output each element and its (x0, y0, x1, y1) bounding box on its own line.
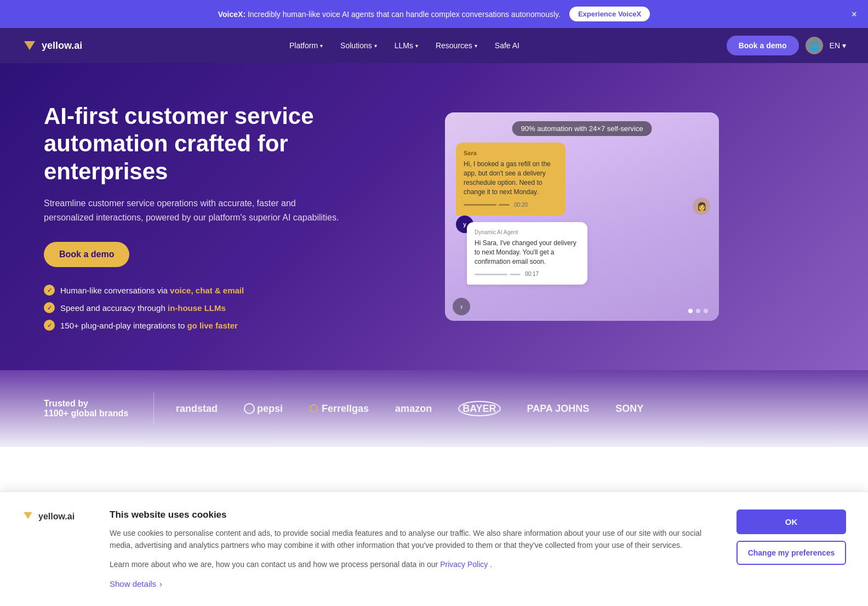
pepsi-circle-icon (244, 403, 255, 414)
ferrellgas-icon: ⬡ (309, 403, 318, 414)
brand-sony: SONY (615, 403, 643, 415)
trusted-label: Trusted by 1100+ global brands (44, 399, 132, 418)
trusted-section: Trusted by 1100+ global brands randstad … (0, 370, 868, 447)
agent-message-text: Hi Sara, I've changed your delivery to n… (475, 239, 580, 266)
brand-pepsi: pepsi (244, 403, 283, 415)
banner-body: Incredibly human-like voice AI agents th… (248, 10, 561, 19)
feature-integrations: ✓ 150+ plug-and-play integrations to go … (44, 320, 340, 331)
banner-close-button[interactable]: × (851, 9, 857, 19)
bot-voice-bar-line (475, 274, 507, 275)
feature-check-icon-1: ✓ (44, 285, 55, 296)
nav-logo[interactable]: yellow.ai (22, 38, 82, 53)
trusted-inner: Trusted by 1100+ global brands randstad … (44, 392, 824, 425)
brand-randstad: randstad (176, 403, 218, 415)
voice-time-user: 00:20 (514, 201, 528, 209)
resources-chevron: ▾ (475, 43, 477, 49)
nav-resources[interactable]: Resources ▾ (429, 37, 484, 54)
brand-amazon: amazon (395, 403, 432, 415)
banner-prefix: VoiceX: (218, 10, 245, 19)
solutions-chevron: ▾ (374, 43, 377, 49)
voice-bar-line-2 (499, 204, 510, 206)
carousel-dot-1 (688, 309, 693, 313)
bot-voice-bar-line-2 (510, 274, 521, 275)
platform-chevron: ▾ (320, 43, 323, 49)
nav-links: Platform ▾ Solutions ▾ LLMs ▾ Resources … (104, 37, 704, 54)
nav-book-demo-button[interactable]: Book a demo (727, 36, 799, 55)
carousel-dots (688, 309, 708, 313)
nav-platform[interactable]: Platform ▾ (283, 37, 329, 54)
chat-demo-card: 90% automation with 24×7 self-service Sa… (445, 112, 719, 321)
top-banner: VoiceX: Incredibly human-like voice AI a… (0, 0, 868, 28)
chat-background: Sara Hi, I booked a gas refill on the ap… (445, 112, 719, 321)
voice-bar-line (464, 204, 496, 206)
user-sender-name: Sara (464, 149, 558, 157)
hero-book-demo-button[interactable]: Book a demo (44, 242, 129, 267)
feature-check-icon-2: ✓ (44, 302, 55, 313)
hero-title: AI-first customer service automation cra… (44, 103, 340, 185)
language-selector[interactable]: EN ▾ (830, 41, 846, 50)
user-message-text: Hi, I booked a gas refill on the app, bu… (464, 160, 558, 196)
language-globe-button[interactable]: 🌐 (806, 37, 823, 54)
bot-chat-bubble: Dynamic AI Agent Hi Sara, I've changed y… (467, 222, 587, 285)
feature-llms: ✓ Speed and accuracy through in-house LL… (44, 302, 340, 313)
user-chat-bubble: Sara Hi, I booked a gas refill on the ap… (456, 143, 566, 216)
user-avatar: 👩 (693, 197, 710, 215)
carousel-prev-arrow[interactable]: › (453, 298, 470, 315)
trusted-divider (153, 392, 154, 425)
lang-chevron: ▾ (842, 41, 846, 50)
brand-ferrellgas: ⬡ Ferrellgas (309, 403, 369, 415)
carousel-dot-2 (696, 309, 700, 313)
hero-section: AI-first customer service automation cra… (0, 63, 868, 370)
experience-voicex-button[interactable]: Experience VoiceX (569, 7, 650, 21)
brand-papa-johns: PAPA JOHNS (527, 403, 590, 415)
brand-bayer: BAYER (458, 403, 500, 415)
voice-bar-user: 00:20 (464, 201, 558, 209)
banner-text: VoiceX: Incredibly human-like voice AI a… (218, 10, 561, 19)
feature-voice-chat: ✓ Human-like conversations via voice, ch… (44, 285, 340, 296)
hero-features-list: ✓ Human-like conversations via voice, ch… (44, 285, 340, 331)
llms-chevron: ▾ (415, 43, 418, 49)
agent-label: Dynamic AI Agent (475, 229, 580, 236)
nav-solutions[interactable]: Solutions ▾ (334, 37, 384, 54)
hero-subtitle: Streamline customer service operations w… (44, 196, 340, 224)
main-nav: yellow.ai Platform ▾ Solutions ▾ LLMs ▾ … (0, 28, 868, 63)
voice-time-bot: 00:17 (525, 270, 539, 278)
voice-bar-bot: 00:17 (475, 270, 580, 278)
hero-visual: 90% automation with 24×7 self-service Sa… (340, 112, 824, 321)
brand-logos: randstad pepsi ⬡ Ferrellgas amazon BAYER… (176, 403, 824, 415)
bayer-circle: BAYER (458, 401, 500, 416)
carousel-dot-3 (704, 309, 708, 313)
nav-llms[interactable]: LLMs ▾ (388, 37, 425, 54)
feature-check-icon-3: ✓ (44, 320, 55, 331)
nav-safe-ai[interactable]: Safe AI (488, 37, 526, 54)
hero-content: AI-first customer service automation cra… (44, 103, 340, 331)
automation-badge: 90% automation with 24×7 self-service (512, 121, 652, 136)
nav-actions: Book a demo 🌐 EN ▾ (727, 36, 846, 55)
